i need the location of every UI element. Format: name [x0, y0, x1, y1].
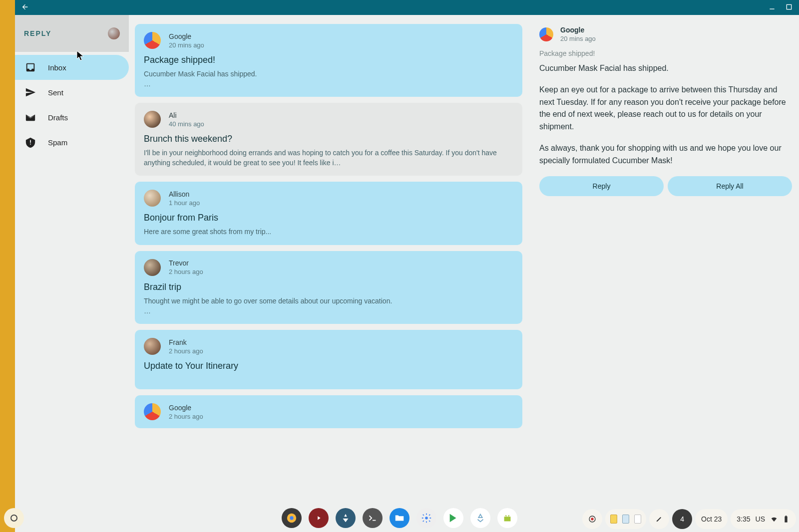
reader-body: Cucumber Mask Facial has shipped. Keep a…	[539, 62, 792, 167]
files-icon[interactable]	[390, 508, 409, 528]
reader-subject: Package shipped!	[539, 49, 792, 57]
record-icon[interactable]	[582, 509, 602, 529]
email-sender: Trevor	[169, 259, 203, 267]
email-subject: Bonjour from Paris	[144, 213, 513, 223]
app-store-icon[interactable]	[336, 508, 356, 528]
chrome-icon[interactable]	[282, 508, 302, 528]
notification-count[interactable]: 4	[672, 509, 692, 529]
window-titlebar	[15, 0, 799, 15]
reply-button[interactable]: Reply	[539, 176, 664, 196]
app-title: REPLY	[24, 29, 51, 37]
email-card[interactable]: Ali 40 mins ago Brunch this weekend? I'l…	[135, 103, 522, 176]
launcher-button[interactable]	[4, 508, 24, 528]
svg-rect-0	[770, 8, 774, 9]
sidebar-item-spam[interactable]: Spam	[15, 130, 129, 155]
pen-icon[interactable]	[649, 509, 669, 529]
email-preview: Cucumber Mask Facial has shipped. …	[144, 69, 513, 89]
back-icon[interactable]	[21, 3, 29, 12]
email-sender: Frank	[169, 338, 203, 346]
shelf: 4 Oct 23 3:35 US	[0, 504, 799, 532]
sender-avatar	[144, 403, 161, 420]
svg-rect-1	[787, 4, 791, 9]
email-sender: Allison	[169, 190, 200, 198]
sidebar-item-inbox[interactable]: Inbox	[15, 55, 129, 80]
android-studio-icon[interactable]	[470, 508, 490, 528]
reader-sender: Google	[560, 26, 596, 34]
wifi-icon	[770, 515, 778, 523]
sender-avatar	[144, 32, 161, 49]
sidebar: REPLY Inbox Sent	[15, 15, 129, 532]
reader-paragraph: As always, thank you for shopping with u…	[539, 142, 792, 167]
reader-paragraph: Cucumber Mask Facial has shipped.	[539, 62, 792, 75]
profile-avatar[interactable]	[108, 27, 120, 39]
email-time: 2 hours ago	[169, 347, 203, 355]
settings-icon[interactable]	[416, 508, 436, 528]
email-preview: Thought we might be able to go over some…	[144, 296, 513, 316]
shelf-apps	[282, 508, 517, 528]
sender-avatar	[144, 111, 161, 128]
minimize-icon[interactable]	[768, 3, 776, 12]
email-subject: Brunch this weekend?	[144, 134, 513, 144]
email-sender: Google	[169, 32, 204, 40]
tray-locale: US	[756, 515, 765, 523]
svg-point-4	[425, 517, 428, 520]
tray-apps[interactable]	[605, 509, 646, 529]
sidebar-header: REPLY	[15, 15, 129, 52]
tray-status[interactable]: 3:35 US	[731, 509, 796, 529]
email-subject: Package shipped!	[144, 55, 513, 65]
youtube-icon[interactable]	[309, 508, 329, 528]
email-time: 2 hours ago	[169, 413, 203, 420]
email-card[interactable]: Allison 1 hour ago Bonjour from Paris He…	[135, 182, 522, 245]
sidebar-item-sent[interactable]: Sent	[15, 80, 129, 105]
drafts-icon	[25, 112, 36, 123]
spam-icon	[25, 137, 36, 148]
svg-point-3	[290, 516, 293, 520]
email-preview: Here are some great shots from my trip..…	[144, 227, 513, 237]
email-list: Google 20 mins ago Package shipped! Cucu…	[129, 15, 527, 532]
sender-avatar	[144, 338, 161, 355]
tray-time: 3:35	[737, 515, 750, 523]
email-card[interactable]: Trevor 2 hours ago Brazil trip Thought w…	[135, 251, 522, 324]
tray-date[interactable]: Oct 23	[695, 509, 728, 529]
sidebar-item-drafts[interactable]: Drafts	[15, 105, 129, 130]
inbox-icon	[25, 62, 36, 73]
android-icon[interactable]	[497, 508, 517, 528]
email-time: 40 mins ago	[169, 120, 204, 128]
play-store-icon[interactable]	[443, 508, 463, 528]
send-icon	[25, 87, 36, 98]
email-time: 1 hour ago	[169, 199, 200, 207]
reading-pane: Google 20 mins ago Package shipped! Cucu…	[527, 15, 799, 532]
email-preview: I'll be in your neighborhood doing erran…	[144, 148, 513, 168]
system-tray: 4 Oct 23 3:35 US	[582, 509, 796, 529]
email-sender: Google	[169, 404, 203, 412]
svg-point-6	[591, 518, 593, 520]
email-subject: Update to Your Itinerary	[144, 361, 513, 371]
email-card[interactable]: Frank 2 hours ago Update to Your Itinera…	[135, 330, 522, 389]
email-sender: Ali	[169, 111, 204, 119]
email-card[interactable]: Google 20 mins ago Package shipped! Cucu…	[135, 24, 522, 97]
sender-avatar	[144, 190, 161, 207]
battery-icon	[782, 515, 790, 523]
sidebar-item-label: Spam	[48, 138, 67, 147]
reader-sender-avatar	[539, 27, 553, 41]
maximize-icon[interactable]	[785, 3, 793, 12]
email-card[interactable]: Google 2 hours ago	[135, 395, 522, 428]
sidebar-item-label: Inbox	[48, 63, 66, 72]
reader-paragraph: Keep an eye out for a package to arrive …	[539, 84, 792, 133]
sidebar-item-label: Sent	[48, 88, 63, 97]
sender-avatar	[144, 259, 161, 276]
terminal-icon[interactable]	[363, 508, 383, 528]
reader-time: 20 mins ago	[560, 35, 596, 42]
email-time: 20 mins ago	[169, 41, 204, 49]
sidebar-item-label: Drafts	[48, 113, 68, 122]
reply-all-button[interactable]: Reply All	[668, 176, 792, 196]
email-time: 2 hours ago	[169, 268, 203, 275]
email-subject: Brazil trip	[144, 282, 513, 292]
